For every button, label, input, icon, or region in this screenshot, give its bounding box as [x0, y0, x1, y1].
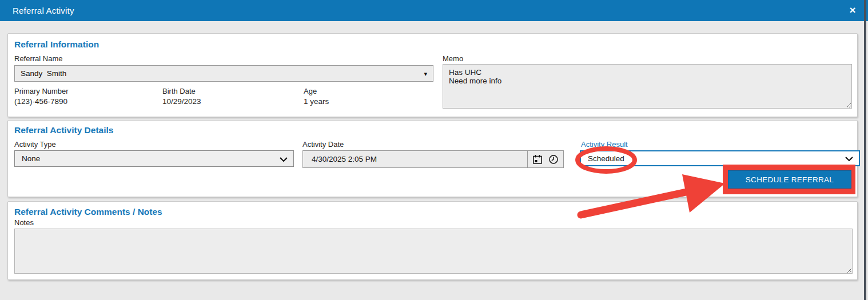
window-edge [864, 0, 866, 300]
memo-label: Memo [443, 54, 463, 63]
activity-result-select[interactable]: Scheduled [580, 150, 860, 166]
referral-name-value: Sandy Smith [21, 69, 66, 78]
referral-activity-comments-card: Referral Activity Comments / Notes Notes [7, 201, 858, 280]
age-value: 1 years [304, 97, 329, 106]
notes-label: Notes [14, 218, 34, 227]
comments-heading: Referral Activity Comments / Notes [14, 207, 162, 217]
schedule-referral-button[interactable]: SCHEDULE REFERRAL [728, 170, 851, 189]
referral-name-label: Referral Name [14, 54, 63, 63]
activity-date-label: Activity Date [302, 140, 344, 149]
chevron-down-icon [845, 153, 853, 163]
birth-date-label: Birth Date [162, 87, 196, 95]
activity-result-label: Activity Result [581, 140, 628, 149]
chevron-down-icon [280, 154, 288, 164]
age-label: Age [304, 87, 317, 95]
referral-activity-details-card: Referral Activity Details Activity Type … [7, 120, 858, 197]
clock-icon[interactable] [548, 154, 559, 165]
activity-date-field[interactable]: 4/30/2025 2:05 PM [302, 150, 564, 168]
activity-type-value: None [22, 154, 40, 163]
referral-information-heading: Referral Information [14, 39, 99, 50]
primary-number-value: (123)-456-7890 [14, 97, 67, 106]
activity-date-value: 4/30/2025 2:05 PM [303, 155, 377, 163]
referral-activity-details-heading: Referral Activity Details [14, 125, 113, 135]
referral-information-card: Referral Information Referral Name Sandy… [7, 33, 858, 117]
primary-number-label: Primary Number [14, 87, 69, 95]
memo-textarea[interactable]: Has UHC Need more info [443, 64, 852, 109]
dropdown-triangle-icon: ▾ [424, 70, 427, 77]
dialog-title: Referral Activity [13, 0, 74, 21]
date-icons [527, 151, 563, 167]
activity-type-select[interactable]: None [14, 150, 294, 167]
close-icon[interactable]: × [846, 3, 859, 17]
referral-name-select[interactable]: Sandy Smith ▾ [14, 65, 433, 82]
calendar-icon[interactable] [532, 154, 543, 165]
notes-textarea[interactable] [14, 229, 853, 274]
dialog-titlebar: Referral Activity × [0, 0, 868, 21]
activity-result-value: Scheduled [588, 154, 624, 163]
birth-date-value: 10/29/2023 [162, 97, 201, 106]
activity-type-label: Activity Type [14, 140, 56, 149]
